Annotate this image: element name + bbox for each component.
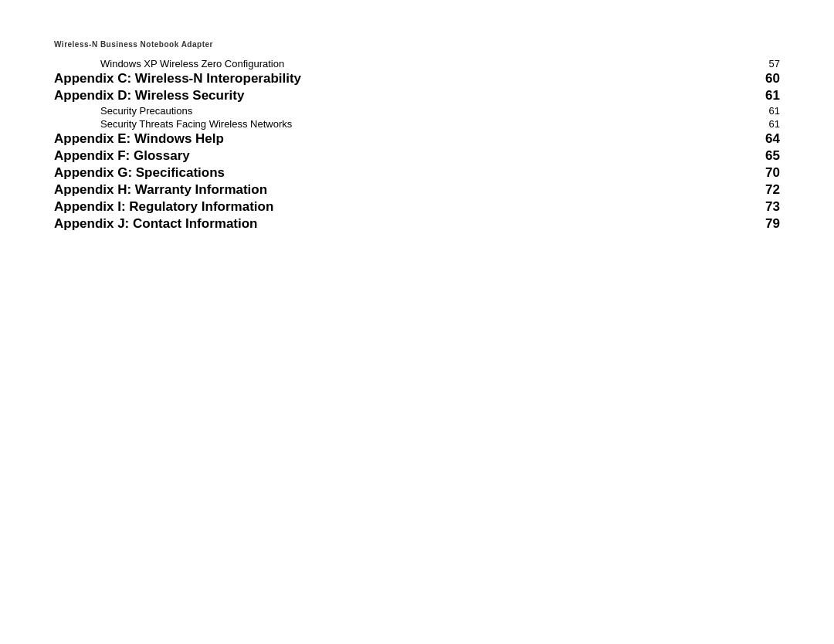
toc-title-appendix-g: Appendix G: Specifications xyxy=(54,165,225,181)
toc-title-appendix-d: Appendix D: Wireless Security xyxy=(54,88,244,103)
toc-title-windows-xp: Windows XP Wireless Zero Configuration xyxy=(54,58,284,69)
toc-title-security-threats: Security Threats Facing Wireless Network… xyxy=(54,118,292,130)
toc-entry-security-precautions: Security Precautions61 xyxy=(54,105,780,117)
toc-entry-appendix-h: Appendix H: Warranty Information72 xyxy=(54,182,780,198)
toc-page-appendix-c: 60 xyxy=(757,71,780,86)
toc-page-appendix-j: 79 xyxy=(757,216,780,232)
toc-entry-windows-xp: Windows XP Wireless Zero Configuration57 xyxy=(54,58,780,69)
toc-page-appendix-f: 65 xyxy=(757,148,780,164)
toc-entry-appendix-g: Appendix G: Specifications70 xyxy=(54,165,780,181)
toc-title-appendix-e: Appendix E: Windows Help xyxy=(54,131,224,147)
toc-page-appendix-g: 70 xyxy=(757,165,780,181)
toc-entry-appendix-e: Appendix E: Windows Help64 xyxy=(54,131,780,147)
toc-title-security-precautions: Security Precautions xyxy=(54,105,192,117)
page-header: Wireless-N Business Notebook Adapter xyxy=(54,40,213,49)
toc-title-appendix-f: Appendix F: Glossary xyxy=(54,148,190,164)
toc-title-appendix-i: Appendix I: Regulatory Information xyxy=(54,199,273,215)
toc-entry-appendix-d: Appendix D: Wireless Security61 xyxy=(54,88,780,103)
toc-entry-security-threats: Security Threats Facing Wireless Network… xyxy=(54,118,780,130)
toc-title-appendix-j: Appendix J: Contact Information xyxy=(54,216,258,232)
toc-page-security-precautions: 61 xyxy=(757,105,780,117)
toc-page-appendix-d: 61 xyxy=(757,88,780,103)
toc-page-windows-xp: 57 xyxy=(757,58,780,69)
toc-entry-appendix-i: Appendix I: Regulatory Information73 xyxy=(54,199,780,215)
toc-title-appendix-c: Appendix C: Wireless-N Interoperability xyxy=(54,71,301,86)
toc-page-appendix-i: 73 xyxy=(757,199,780,215)
toc-page-appendix-e: 64 xyxy=(757,131,780,147)
toc-page-security-threats: 61 xyxy=(757,118,780,130)
toc-container: Windows XP Wireless Zero Configuration57… xyxy=(54,58,780,233)
toc-page-appendix-h: 72 xyxy=(757,182,780,198)
toc-entry-appendix-c: Appendix C: Wireless-N Interoperability6… xyxy=(54,71,780,86)
toc-entry-appendix-f: Appendix F: Glossary65 xyxy=(54,148,780,164)
toc-entry-appendix-j: Appendix J: Contact Information79 xyxy=(54,216,780,232)
toc-title-appendix-h: Appendix H: Warranty Information xyxy=(54,182,267,198)
